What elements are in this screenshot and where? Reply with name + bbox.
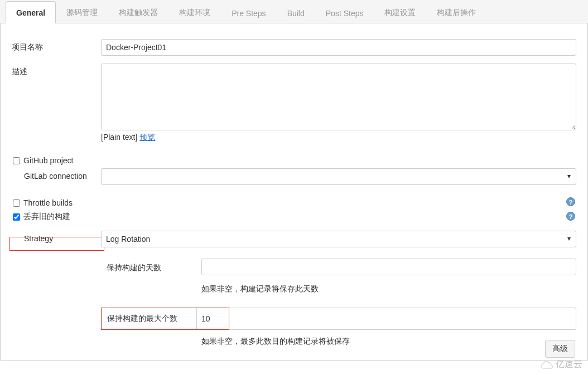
watermark: 亿速云 (540, 359, 582, 371)
label-description: 描述 (12, 64, 101, 77)
tab-post-steps[interactable]: Post Steps (315, 2, 374, 23)
advanced-button[interactable]: 高级 (545, 340, 575, 358)
row-discard-old: 丢弃旧的构建 ? (12, 210, 576, 225)
row-strategy: Strategy Log Rotation 保持构建的天数 如果非空，构建记录将… (12, 231, 576, 347)
github-project-checkbox[interactable] (13, 157, 20, 164)
gitlab-connection-select[interactable] (101, 168, 576, 185)
hint-keep-days: 如果非空，构建记录将保存此天数 (201, 284, 576, 294)
plain-text-label: [Plain text] (101, 133, 137, 142)
row-keep-max: 保持构建的最大个数 (101, 308, 576, 330)
tab-post-build[interactable]: 构建后操作 (426, 1, 486, 23)
description-format-row: [Plain text] 预览 (101, 133, 576, 143)
label-keep-max: 保持构建的最大个数 (102, 308, 196, 329)
throttle-builds-label: Throttle builds (23, 198, 73, 207)
github-project-label: GitHub project (23, 156, 73, 165)
project-name-input[interactable] (101, 39, 576, 56)
keep-max-input[interactable] (196, 308, 228, 329)
label-strategy: Strategy (12, 231, 101, 243)
keep-days-input[interactable] (201, 259, 576, 275)
label-project-name: 项目名称 (12, 39, 101, 52)
row-throttle-builds: Throttle builds ? (12, 193, 576, 210)
tab-pre-steps[interactable]: Pre Steps (221, 2, 276, 23)
row-project-name: 项目名称 (12, 39, 576, 56)
label-keep-days: 保持构建的天数 (101, 259, 201, 277)
row-keep-days: 保持构建的天数 (101, 259, 576, 277)
cloud-icon (540, 361, 553, 369)
tab-build[interactable]: Build (277, 2, 315, 23)
general-panel: 项目名称 描述 [Plain text] 预览 GitHub project G… (0, 23, 588, 361)
tab-build-settings[interactable]: 构建设置 (374, 1, 426, 23)
config-page: General 源码管理 构建触发器 构建环境 Pre Steps Build … (0, 0, 588, 375)
help-icon[interactable]: ? (566, 197, 575, 206)
keep-max-input-extend[interactable] (229, 308, 576, 330)
watermark-text: 亿速云 (556, 359, 582, 371)
tab-bar: General 源码管理 构建触发器 构建环境 Pre Steps Build … (0, 0, 588, 23)
row-github-project: GitHub project (12, 150, 576, 168)
preview-link[interactable]: 预览 (139, 133, 155, 142)
tab-general[interactable]: General (6, 1, 56, 23)
tab-triggers[interactable]: 构建触发器 (108, 1, 168, 23)
tab-scm[interactable]: 源码管理 (56, 1, 108, 23)
hint-keep-max: 如果非空，最多此数目的构建记录将被保存 (201, 337, 576, 347)
row-description: 描述 [Plain text] 预览 (12, 64, 576, 143)
discard-old-label: 丢弃旧的构建 (23, 212, 70, 222)
help-icon[interactable]: ? (566, 212, 575, 221)
strategy-select[interactable]: Log Rotation (101, 231, 576, 247)
description-textarea[interactable] (101, 64, 576, 130)
highlight-box-keep-max: 保持构建的最大个数 (101, 308, 229, 330)
label-gitlab-connection: GitLab connection (12, 168, 101, 181)
row-gitlab-connection: GitLab connection (12, 168, 576, 185)
tab-env[interactable]: 构建环境 (168, 1, 221, 23)
discard-old-checkbox[interactable] (13, 213, 20, 221)
throttle-builds-checkbox[interactable] (13, 199, 20, 207)
